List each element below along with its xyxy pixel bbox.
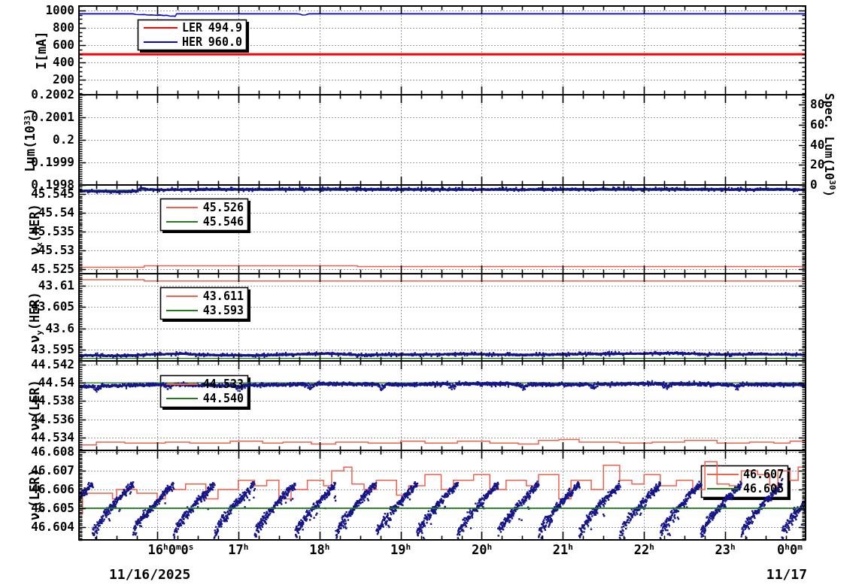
legend-series-value: 43.611 <box>203 289 244 303</box>
x-tick-label: 18h <box>309 542 329 557</box>
x-axis-date-end: 11/17 <box>766 566 807 582</box>
beam-status-monitor-window: I[mA] Lum(1033) νx(HER) νy(HER) νx(LER) … <box>0 0 868 588</box>
legend-row: 46.607 <box>707 468 784 481</box>
legend-nux-her: 45.526 45.546 <box>160 199 248 231</box>
y-tick-label: 44.54 <box>0 375 74 389</box>
y-tick-label: 44.534 <box>0 430 74 444</box>
legend-row: 43.611 <box>166 289 244 303</box>
y-tick-label: 0.2 <box>0 132 74 147</box>
y-tick-label: 46.607 <box>0 463 74 477</box>
y-tick-label: 45.54 <box>0 205 74 220</box>
y-tick-label: 43.595 <box>0 342 74 356</box>
legend-series-value: 45.546 <box>203 215 244 229</box>
y-tick-label: 46.608 <box>0 444 74 459</box>
y-tick-label: 45.545 <box>0 186 74 201</box>
x-tick-label: 17h <box>228 542 248 557</box>
legend-current: LER 494.9 HER 960.0 <box>138 20 247 50</box>
x-tick-label: 21h <box>553 542 573 557</box>
legend-row: 44.533 <box>166 377 244 391</box>
legend-line-setpoint <box>166 296 198 297</box>
legend-line-ler <box>144 27 178 29</box>
y-tick-label: 43.605 <box>0 299 74 314</box>
y-tick-label: 46.605 <box>0 501 74 515</box>
y-tick-label: 44.538 <box>0 393 74 408</box>
legend-row: 45.546 <box>166 215 244 229</box>
legend-line-setpoint <box>166 207 198 208</box>
spec-lum-tick-label: 40 <box>810 138 824 152</box>
chart-canvas <box>0 0 868 588</box>
y-tick-label: 44.542 <box>0 357 74 371</box>
spec-lum-tick-label: 60 <box>810 117 824 132</box>
legend-series-value: 46.607 <box>743 468 784 481</box>
legend-series-value: 960.0 <box>208 35 242 49</box>
legend-row: 45.526 <box>166 201 244 214</box>
y-tick-label: 0.1999 <box>0 155 74 169</box>
y-tick-label: 0.2002 <box>0 87 74 102</box>
y-tick-label: 800 <box>0 20 74 35</box>
legend-line-setpoint <box>707 474 739 475</box>
legend-series-value: 494.9 <box>208 21 242 35</box>
x-tick-label: 16h0m0s <box>148 542 194 557</box>
y-tick-label: 44.536 <box>0 412 74 426</box>
legend-series-value: 44.533 <box>203 377 244 391</box>
x-tick-label: 19h <box>390 542 411 557</box>
y-tick-label: 45.53 <box>0 243 74 257</box>
legend-row: HER 960.0 <box>144 35 242 49</box>
legend-series-name: HER <box>182 35 202 49</box>
spec-lum-tick-label: 20 <box>810 157 824 171</box>
y-tick-label: 45.525 <box>0 262 74 276</box>
legend-line-reference <box>166 221 198 223</box>
y-tick-label: 43.61 <box>0 278 74 292</box>
y-tick-label: 400 <box>0 55 74 69</box>
legend-line-setpoint <box>166 383 198 385</box>
y-tick-label: 1000 <box>0 3 74 17</box>
legend-row: 43.593 <box>166 304 244 317</box>
legend-row: 44.540 <box>166 392 244 405</box>
legend-series-value: 43.593 <box>203 304 244 317</box>
spec-lum-tick-label: 80 <box>810 97 824 111</box>
y-tick-label: 45.535 <box>0 224 74 238</box>
legend-nuy-ler: 46.607 46.605 <box>701 465 788 498</box>
x-tick-label: 23h <box>715 542 736 557</box>
legend-row: LER 494.9 <box>144 21 242 35</box>
x-tick-label: 0h0m <box>777 542 803 557</box>
y-tick-label: 200 <box>0 72 74 86</box>
x-tick-label: 20h <box>472 542 492 557</box>
legend-series-value: 46.605 <box>743 482 784 496</box>
y-tick-label: 46.606 <box>0 482 74 496</box>
legend-nuy-her: 43.611 43.593 <box>160 287 248 320</box>
legend-line-reference <box>166 398 198 399</box>
legend-nux-ler: 44.533 44.540 <box>160 375 248 408</box>
spec-lum-tick-label: 0 <box>810 177 818 192</box>
legend-row: 46.605 <box>707 482 784 496</box>
legend-line-reference <box>707 488 739 489</box>
y-tick-label: 600 <box>0 38 74 52</box>
legend-series-value: 45.526 <box>203 201 244 214</box>
legend-line-reference <box>166 310 198 311</box>
x-tick-label: 22h <box>634 542 654 557</box>
legend-series-name: LER <box>182 21 202 35</box>
y-tick-label: 43.6 <box>0 321 74 335</box>
y-tick-label: 0.2001 <box>0 110 74 124</box>
x-axis-date-start: 11/16/2025 <box>109 566 190 582</box>
legend-line-her <box>144 41 178 43</box>
y-tick-label: 46.604 <box>0 520 74 534</box>
legend-series-value: 44.540 <box>203 392 244 405</box>
